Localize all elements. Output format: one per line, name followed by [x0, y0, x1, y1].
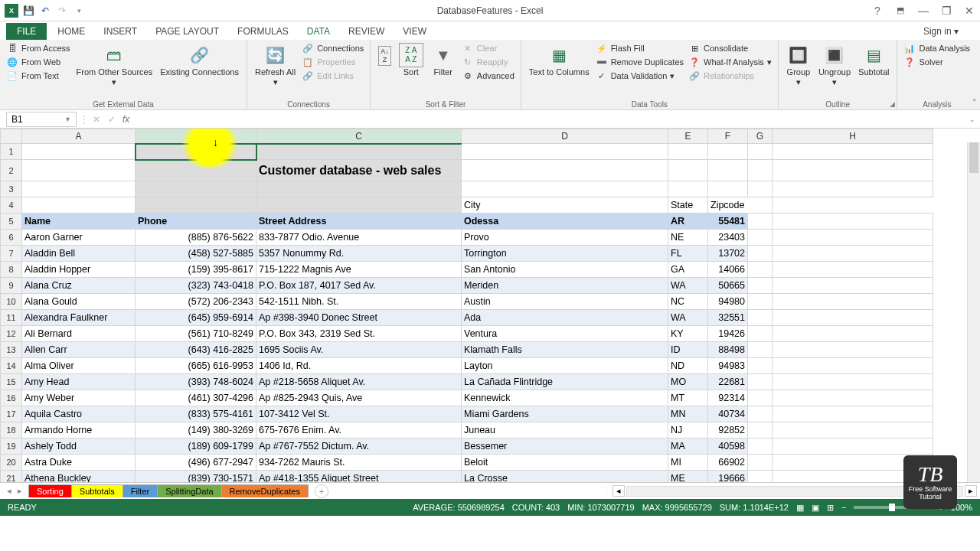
data-validation-button[interactable]: ✓Data Validation ▾ — [594, 69, 685, 83]
solver-button[interactable]: ❓Solver — [902, 55, 972, 69]
minimize-icon[interactable]: — — [913, 2, 934, 19]
cell[interactable] — [668, 160, 708, 181]
collapse-ribbon-icon[interactable]: ˄ — [972, 98, 977, 108]
col-header-A[interactable]: A — [22, 129, 136, 144]
sheet-tab-splittingdata[interactable]: SplittingData — [157, 484, 221, 497]
sheet-tab-removeduplicates[interactable]: RemoveDuplicates — [221, 484, 309, 497]
from-access-button[interactable]: 🗄From Access — [5, 41, 72, 55]
row-header[interactable]: 1 — [1, 144, 22, 160]
row-header[interactable]: 2 — [1, 160, 22, 181]
flash-fill-button[interactable]: ⚡Flash Fill — [594, 41, 685, 55]
row-header[interactable]: 14 — [1, 358, 22, 374]
subtotal-button[interactable]: ▤Subtotal — [855, 41, 892, 79]
help-icon[interactable]: ? — [867, 2, 888, 19]
row-header[interactable]: 15 — [1, 374, 22, 390]
col-header-E[interactable]: E — [668, 129, 708, 144]
cell[interactable] — [708, 160, 748, 181]
row-header[interactable]: 18 — [1, 422, 22, 439]
cell[interactable] — [136, 144, 256, 160]
cell[interactable] — [773, 181, 933, 197]
maximize-icon[interactable]: ❐ — [936, 2, 957, 19]
row-header[interactable]: 20 — [1, 455, 22, 471]
tab-review[interactable]: REVIEW — [339, 23, 394, 40]
refresh-all-button[interactable]: 🔄Refresh All▾ — [252, 41, 299, 89]
row-header[interactable]: 13 — [1, 342, 22, 358]
ribbon-display-icon[interactable]: ⬒ — [890, 2, 911, 19]
view-layout-icon[interactable]: ▣ — [812, 503, 819, 513]
row-header[interactable]: 8 — [1, 262, 22, 278]
row-header[interactable]: 3 — [1, 181, 22, 197]
view-pagebreak-icon[interactable]: ⊞ — [827, 503, 834, 513]
tab-file[interactable]: FILE — [6, 23, 47, 40]
filter-button[interactable]: ▼Filter — [428, 41, 459, 79]
group-button[interactable]: 🔲Group▾ — [783, 41, 814, 89]
tab-insert[interactable]: INSERT — [94, 23, 146, 40]
row-header[interactable]: 11 — [1, 310, 22, 326]
cell[interactable] — [773, 144, 933, 160]
sheet-tab-filter[interactable]: Filter — [122, 484, 158, 497]
row-header[interactable]: 21 — [1, 471, 22, 483]
tab-home[interactable]: HOME — [48, 23, 94, 40]
cell[interactable] — [22, 160, 136, 181]
cell[interactable] — [668, 144, 708, 160]
spreadsheet-grid[interactable]: ↓ ABCDEFGH12Customer database - web sale… — [0, 129, 980, 482]
cell[interactable] — [462, 181, 668, 197]
col-header-G[interactable]: G — [748, 129, 773, 144]
vertical-scrollbar[interactable] — [967, 142, 980, 482]
sort-az-button[interactable]: A↓Z — [375, 41, 394, 67]
cell[interactable] — [462, 160, 668, 181]
tab-view[interactable]: VIEW — [394, 23, 436, 40]
scroll-left-icon[interactable]: ◂ — [612, 485, 625, 497]
cell[interactable] — [668, 181, 708, 197]
connections-button[interactable]: 🔗Connections — [300, 41, 365, 55]
expand-formula-icon[interactable]: ⌄ — [969, 116, 980, 123]
cell[interactable] — [748, 181, 773, 197]
col-header-H[interactable]: H — [773, 129, 933, 144]
cell[interactable] — [748, 160, 773, 181]
row-header[interactable]: 6 — [1, 230, 22, 246]
col-header-D[interactable]: D — [462, 129, 668, 144]
cell[interactable] — [136, 160, 256, 181]
from-other-sources-button[interactable]: 🗃From Other Sources▾ — [74, 41, 156, 89]
zoom-out-icon[interactable]: − — [841, 503, 846, 512]
cell[interactable]: Customer database - web sales — [256, 160, 462, 181]
col-header-C[interactable]: C — [256, 129, 462, 144]
cell[interactable] — [708, 144, 748, 160]
cell[interactable] — [22, 144, 136, 160]
cell[interactable] — [22, 181, 136, 197]
dialog-launcher-icon[interactable]: ◢ — [890, 100, 895, 108]
name-box[interactable]: B1▼ — [6, 112, 77, 127]
sheet-tab-sorting[interactable]: Sorting — [28, 484, 72, 497]
cell[interactable] — [773, 160, 933, 181]
row-header[interactable]: 10 — [1, 294, 22, 310]
row-header[interactable]: 5 — [1, 214, 22, 230]
new-sheet-button[interactable]: + — [315, 484, 328, 498]
ungroup-button[interactable]: 🔳Ungroup▾ — [815, 41, 854, 89]
sheet-nav[interactable]: ◂▸ — [0, 486, 29, 496]
undo-icon[interactable]: ↶ — [38, 4, 52, 18]
cell[interactable] — [748, 144, 773, 160]
row-header[interactable]: 16 — [1, 390, 22, 406]
consolidate-button[interactable]: ⊞Consolidate — [687, 41, 773, 55]
cell[interactable] — [708, 181, 748, 197]
close-icon[interactable]: ✕ — [959, 2, 980, 19]
text-to-columns-button[interactable]: ▦Text to Columns — [526, 41, 593, 79]
row-header[interactable]: 19 — [1, 439, 22, 455]
sign-in-link[interactable]: Sign in ▾ — [917, 23, 965, 40]
view-normal-icon[interactable]: ▦ — [796, 503, 804, 513]
formula-input[interactable] — [132, 118, 969, 121]
row-header[interactable]: 12 — [1, 326, 22, 342]
cell[interactable] — [256, 144, 462, 160]
row-header[interactable]: 4 — [1, 197, 22, 214]
cell[interactable] — [462, 144, 668, 160]
what-if-button[interactable]: ❓What-If Analysis ▾ — [687, 55, 773, 69]
tab-page-layout[interactable]: PAGE LAYOUT — [146, 23, 228, 40]
col-header-F[interactable]: F — [708, 129, 748, 144]
row-header[interactable]: 7 — [1, 246, 22, 262]
remove-duplicates-button[interactable]: ➖Remove Duplicates — [594, 55, 685, 69]
existing-connections-button[interactable]: 🔗Existing Connections — [157, 41, 242, 79]
advanced-button[interactable]: ⚙Advanced — [460, 69, 516, 83]
qat-dropdown-icon[interactable]: ▾ — [72, 4, 86, 18]
sheet-tab-subtotals[interactable]: Subtotals — [71, 484, 123, 497]
from-web-button[interactable]: 🌐From Web — [5, 55, 72, 69]
